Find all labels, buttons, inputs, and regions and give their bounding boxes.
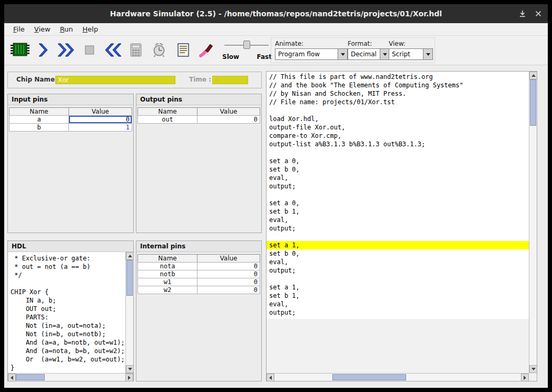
pin-value-cell[interactable]: 1 <box>68 123 132 132</box>
internal-pins-table: Name Value nota 0 notb 0 <box>137 254 260 294</box>
scroll-right-button[interactable] <box>521 374 529 381</box>
script-vertical-scrollbar[interactable] <box>529 72 537 373</box>
pin-value-cell[interactable]: 0 <box>197 262 260 270</box>
scrollbar-track[interactable] <box>529 79 537 365</box>
format-selected-value: Decimal <box>348 49 380 59</box>
rewind-icon <box>103 42 123 58</box>
pin-value-cell[interactable]: 0 <box>197 286 260 294</box>
script-panel: // This file is part of www.nand2tetris.… <box>266 71 537 381</box>
script-line: set b 1, <box>267 292 529 300</box>
stop-button[interactable] <box>78 38 101 62</box>
script-line: set a 1, <box>267 241 529 249</box>
scroll-left-button[interactable] <box>8 374 16 381</box>
pin-name-cell: nota <box>137 262 198 270</box>
script-view[interactable]: // This file is part of www.nand2tetris.… <box>267 72 529 373</box>
hdl-code-line: IN a, b; <box>11 296 125 305</box>
scrollbar-thumb[interactable] <box>332 374 406 380</box>
scrollbar-track[interactable] <box>274 374 521 381</box>
scroll-up-button[interactable] <box>529 72 537 79</box>
internal-pins-title: Internal pins <box>136 241 261 252</box>
load-chip-button[interactable] <box>8 38 32 62</box>
menu-item[interactable]: View <box>29 23 55 36</box>
column-header-name: Name <box>9 107 69 116</box>
toolbar: Slow Fast Animate: Program flow Format: … <box>4 36 548 65</box>
pin-value-cell[interactable]: 0 <box>68 115 132 124</box>
hdl-code-line: * Exclusive-or gate: <box>11 254 125 263</box>
column-header-value: Value <box>68 107 132 116</box>
scrollbar-track[interactable] <box>16 374 125 381</box>
triangle-down-icon <box>531 368 536 370</box>
menu-item[interactable]: Run <box>55 23 78 36</box>
triangle-up-icon <box>531 74 536 77</box>
pin-value-cell[interactable]: 0 <box>197 115 260 124</box>
hdl-code-view[interactable]: * Exclusive-or gate: * out = not (a == b… <box>8 252 125 373</box>
scrollbar-thumb[interactable] <box>126 260 133 296</box>
format-dropdown-button[interactable] <box>380 49 389 59</box>
script-line: set b 0, <box>267 249 529 258</box>
scrollbar-track[interactable] <box>126 260 133 365</box>
input-pins-title: Input pins <box>8 94 133 105</box>
window-title: Hardware Simulator (2.5) - /home/thomas/… <box>4 4 548 23</box>
script-lines: // This file is part of www.nand2tetris.… <box>267 72 529 319</box>
triangle-right-icon <box>128 376 131 380</box>
format-select[interactable]: Decimal <box>348 48 390 60</box>
column-header-value: Value <box>197 107 260 116</box>
hdl-code-line: Not (in=b, out=notb); <box>11 330 125 338</box>
table-row: w2 0 <box>137 286 260 294</box>
titlebar-buttons <box>518 4 543 23</box>
calculator-button[interactable] <box>124 38 147 62</box>
close-button[interactable] <box>534 9 543 18</box>
chip-name-field[interactable]: Xor <box>55 76 175 84</box>
run-button[interactable] <box>55 38 78 62</box>
download-button[interactable] <box>518 9 527 18</box>
hdl-horizontal-scrollbar[interactable] <box>8 373 133 381</box>
animate-select[interactable]: Program flow <box>275 48 348 60</box>
time-value: 0 <box>215 76 219 84</box>
scroll-down-button[interactable] <box>529 365 537 373</box>
clock-button[interactable] <box>147 38 171 62</box>
table-row: a 0 <box>9 115 132 124</box>
hdl-code-line: } <box>11 364 125 372</box>
slider-fast-label: Fast <box>257 53 272 61</box>
format-label: Format: <box>348 40 372 47</box>
scrollbar-thumb[interactable] <box>530 79 536 126</box>
hdl-code-line: OUT out; <box>11 305 125 313</box>
triangle-left-icon <box>11 376 13 380</box>
hdl-vertical-scrollbar[interactable] <box>125 252 133 373</box>
pin-name-cell: notb <box>137 270 198 278</box>
view-script-button[interactable] <box>172 38 195 62</box>
speed-slider-thumb[interactable] <box>243 41 250 49</box>
script-line: eval, <box>267 174 529 182</box>
scroll-right-button[interactable] <box>125 374 133 381</box>
scrollbar-thumb[interactable] <box>16 374 45 380</box>
menu-bar: File View Run Help <box>4 23 548 36</box>
hdl-code-line: And (a=a, b=notb, out=w1); <box>11 338 125 347</box>
script-line: eval, <box>267 216 529 224</box>
hdl-code-line: CHIP Xor { <box>11 288 125 296</box>
animate-dropdown-button[interactable] <box>338 49 347 59</box>
view-select[interactable]: Script <box>389 48 433 60</box>
table-header-row: Name Value <box>137 107 260 116</box>
pin-name-cell: out <box>137 115 198 124</box>
menu-item[interactable]: Help <box>78 23 103 36</box>
menu-item[interactable]: File <box>8 23 29 36</box>
scroll-down-button[interactable] <box>126 365 134 373</box>
reset-button[interactable] <box>101 38 124 62</box>
pin-value-cell[interactable]: 0 <box>197 270 260 278</box>
clear-button[interactable] <box>195 38 218 62</box>
table-row: b 1 <box>9 123 132 132</box>
pin-name-cell: b <box>9 123 69 132</box>
single-step-button[interactable] <box>32 38 55 62</box>
script-line: output-file Xor.out, <box>267 123 529 132</box>
pin-value-cell[interactable]: 0 <box>197 278 260 286</box>
script-horizontal-scrollbar[interactable] <box>267 373 529 381</box>
scroll-left-button[interactable] <box>267 374 274 381</box>
view-dropdown-button[interactable] <box>423 49 432 59</box>
scroll-up-button[interactable] <box>126 252 134 260</box>
script-line <box>267 190 529 199</box>
speed-slider[interactable]: Slow Fast <box>220 38 273 63</box>
hdl-code-line: * out = not (a == b) <box>11 263 125 271</box>
input-pins-table: Name Value a 0 b 1 <box>9 107 132 132</box>
calculator-icon <box>129 42 143 58</box>
animate-selected-value: Program flow <box>275 49 338 59</box>
